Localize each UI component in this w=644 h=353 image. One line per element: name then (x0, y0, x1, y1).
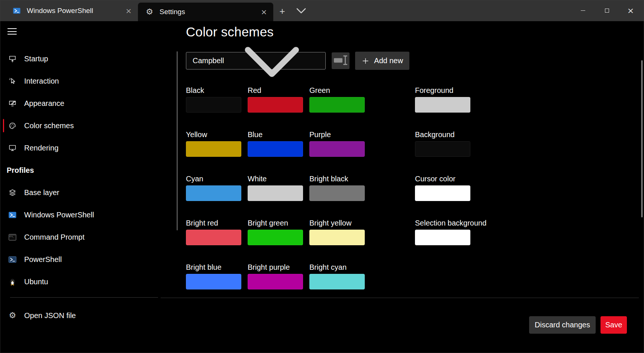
save-button[interactable]: Save (600, 316, 627, 334)
swatch-bright-purple[interactable] (248, 274, 303, 289)
navigation-sidebar: StartupInteractionAppearanceColor scheme… (0, 21, 178, 353)
swatch-label-black: Black (186, 87, 241, 94)
swatch-label-bright-cyan: Bright cyan (309, 263, 365, 271)
swatch-cell: Bright black (309, 175, 365, 201)
gear-icon: ⚙ (145, 8, 154, 16)
tab-windows-powershell[interactable]: Windows PowerShell × (7, 0, 138, 21)
swatch-green[interactable] (309, 97, 365, 113)
swatch-label-background: Background (415, 131, 470, 138)
sidebar-item-label: Startup (24, 55, 48, 63)
swatch-label-selection-background: Selection background (415, 219, 470, 227)
sidebar-item-label: Color schemes (24, 122, 74, 130)
discard-changes-button[interactable]: Discard changes (529, 316, 596, 334)
swatch-label-red: Red (248, 87, 303, 94)
swatch-cell: Black (186, 87, 241, 113)
sidebar-item-startup[interactable]: Startup (0, 49, 171, 69)
swatch-row: BlackRedGreenForeground (186, 87, 477, 113)
close-icon: × (627, 7, 634, 15)
ubuntu-icon (8, 278, 17, 286)
swatch-bright-black[interactable] (309, 185, 365, 201)
swatch-yellow[interactable] (186, 141, 241, 157)
sidebar-profile-windows-powershell[interactable]: Windows PowerShell (0, 205, 171, 225)
swatch-blue[interactable] (248, 141, 303, 157)
content-divider (161, 298, 639, 298)
rename-scheme-button[interactable] (332, 52, 350, 69)
profiles-section-header: Profiles (0, 160, 171, 180)
swatch-label-bright-purple: Bright purple (248, 263, 303, 271)
sidebar-profile-ubuntu[interactable]: Ubuntu (0, 272, 171, 292)
swatch-bright-green[interactable] (248, 230, 303, 245)
rendering-icon (8, 144, 17, 152)
content-scrollbar[interactable] (641, 60, 643, 217)
swatch-label-bright-blue: Bright blue (186, 263, 241, 271)
swatch-label-purple: Purple (309, 131, 365, 138)
close-button[interactable]: × (619, 0, 643, 21)
swatch-cell: Red (248, 87, 303, 113)
swatch-label-cyan: Cyan (186, 175, 241, 182)
minimize-button[interactable] (571, 0, 595, 21)
swatch-cell: Cyan (186, 175, 241, 201)
appearance-icon (8, 99, 17, 108)
sidebar-profile-command-prompt[interactable]: C:\_Command Prompt (0, 227, 171, 247)
hamburger-menu-button[interactable] (7, 28, 17, 35)
windows-powershell-icon (8, 211, 17, 219)
swatch-cursor-color[interactable] (415, 185, 470, 201)
swatch-cell: Cursor color (415, 175, 470, 201)
sidebar-item-label: Interaction (24, 77, 59, 85)
add-new-label: Add new (374, 56, 403, 65)
minimize-icon (581, 10, 585, 11)
swatch-bright-cyan[interactable] (309, 274, 365, 289)
sidebar-profile-label: Base layer (24, 188, 59, 197)
swatch-cell: Selection background (415, 219, 470, 245)
tab-label: Windows PowerShell (27, 7, 123, 15)
sidebar-profile-powershell[interactable]: PowerShell (0, 249, 171, 269)
swatch-foreground[interactable] (415, 97, 470, 113)
discard-changes-label: Discard changes (535, 321, 590, 329)
swatch-purple[interactable] (309, 141, 365, 157)
sidebar-item-appearance[interactable]: Appearance (0, 93, 171, 113)
swatch-label-bright-red: Bright red (186, 219, 241, 227)
sidebar-profile-base-layer[interactable]: Base layer (0, 182, 171, 203)
swatch-cell: Background (415, 131, 470, 157)
swatch-cyan[interactable] (186, 185, 241, 201)
swatch-cell: Green (309, 87, 365, 113)
swatch-red[interactable] (248, 97, 303, 113)
swatch-cell: Bright green (248, 219, 303, 245)
swatch-row: YellowBluePurpleBackground (186, 131, 477, 157)
color-schemes-icon (8, 122, 17, 130)
scheme-select[interactable]: Campbell (186, 52, 326, 69)
swatch-label-blue: Blue (248, 131, 303, 138)
rename-icon (332, 51, 350, 71)
swatch-bright-red[interactable] (186, 230, 241, 245)
tab-close-icon[interactable]: × (123, 5, 134, 16)
sidebar-footer: ⚙Open JSON file (0, 305, 171, 328)
swatch-cell: Bright red (186, 219, 241, 245)
sidebar-profile-label: Ubuntu (24, 278, 48, 286)
settings-nav-list: StartupInteractionAppearanceColor scheme… (0, 49, 171, 294)
plus-icon (361, 57, 370, 65)
swatch-bright-yellow[interactable] (309, 230, 365, 245)
color-swatch-grid: BlackRedGreenForegroundYellowBluePurpleB… (186, 87, 477, 308)
add-new-scheme-button[interactable]: Add new (355, 52, 409, 70)
swatch-bright-blue[interactable] (186, 274, 241, 289)
sidebar-item-rendering[interactable]: Rendering (0, 138, 171, 158)
interaction-icon (8, 77, 17, 85)
sidebar-item-color-schemes[interactable]: Color schemes (0, 116, 171, 136)
swatch-black[interactable] (186, 97, 241, 113)
swatch-white[interactable] (248, 185, 303, 201)
sidebar-item-open-json-file[interactable]: ⚙Open JSON file (0, 305, 171, 326)
sidebar-item-interaction[interactable]: Interaction (0, 71, 171, 91)
swatch-label-green: Green (309, 87, 365, 94)
swatch-cell: Bright yellow (309, 219, 365, 245)
swatch-selection-background[interactable] (415, 230, 470, 245)
sidebar-scrollbar[interactable] (177, 51, 178, 230)
maximize-icon (605, 9, 609, 13)
sidebar-profile-label: Windows PowerShell (24, 211, 94, 219)
swatch-label-cursor-color: Cursor color (415, 175, 470, 182)
sidebar-item-label: Appearance (24, 99, 64, 108)
swatch-label-bright-green: Bright green (248, 219, 303, 227)
sidebar-profile-label: PowerShell (24, 255, 62, 264)
swatch-background[interactable] (415, 141, 470, 157)
swatch-cell: Bright cyan (309, 263, 365, 289)
maximize-button[interactable] (595, 0, 619, 21)
